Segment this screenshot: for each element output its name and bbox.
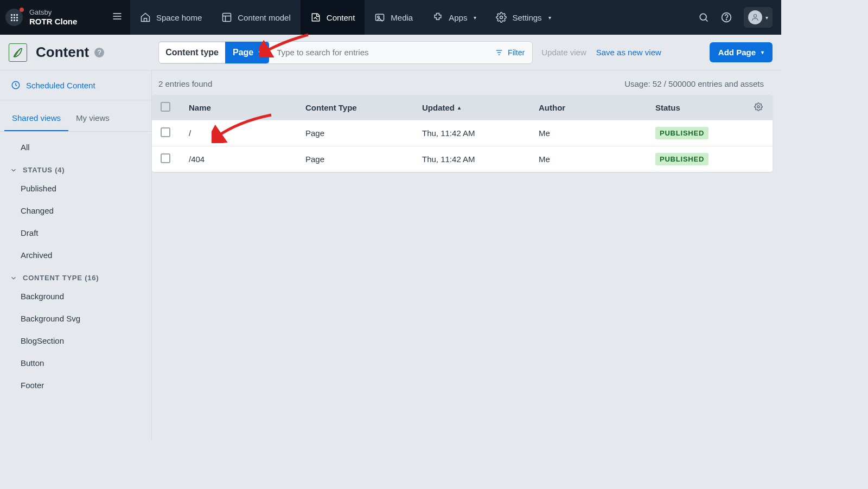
sidebar-item-published[interactable]: Published xyxy=(0,177,151,200)
save-as-new-view[interactable]: Save as new view xyxy=(596,48,661,57)
svg-point-7 xyxy=(378,16,379,18)
nav-content-model[interactable]: Content model xyxy=(212,0,301,35)
content-type-pill-value[interactable]: Page ▾ xyxy=(225,42,269,63)
col-status[interactable]: Status xyxy=(650,96,748,119)
nav-label: Apps xyxy=(449,13,467,22)
row-name: /404 xyxy=(183,148,300,170)
svg-point-18 xyxy=(757,106,760,108)
col-updated-label: Updated xyxy=(422,103,455,112)
row-name: / xyxy=(183,122,300,144)
status-badge: PUBLISHED xyxy=(655,127,709,139)
scheduled-content-link[interactable]: Scheduled Content xyxy=(0,70,151,100)
sidebar-item-ct[interactable]: BlogSection xyxy=(0,330,151,352)
view-tabs: Shared views My views xyxy=(0,106,151,132)
row-ct: Page xyxy=(300,148,417,170)
space-labels: Gatsby ROTR Clone xyxy=(29,8,77,27)
svg-rect-3 xyxy=(223,14,231,22)
add-page-button[interactable]: Add Page ▾ xyxy=(710,42,773,62)
row-trailing xyxy=(748,127,769,140)
nav-apps[interactable]: Apps ▾ xyxy=(423,0,486,35)
search-icon[interactable] xyxy=(698,12,709,23)
content-area: Scheduled Content Shared views My views … xyxy=(0,70,781,440)
select-all-cell[interactable] xyxy=(155,95,183,120)
nav-settings[interactable]: Settings ▾ xyxy=(486,0,560,35)
help-icon[interactable] xyxy=(721,12,732,23)
space-name-line2: ROTR Clone xyxy=(29,17,77,27)
nav-content[interactable]: Content xyxy=(301,0,365,35)
search-box: Content type Page ▾ Filter xyxy=(158,41,533,64)
add-button-label: Add Page xyxy=(718,48,756,57)
status-badge: PUBLISHED xyxy=(655,153,709,165)
svg-point-9 xyxy=(700,14,706,20)
tab-my-views[interactable]: My views xyxy=(68,106,117,131)
svg-point-12 xyxy=(726,20,727,20)
tab-shared-views[interactable]: Shared views xyxy=(4,106,68,131)
row-trailing xyxy=(748,153,769,166)
row-ct: Page xyxy=(300,122,417,144)
sort-asc-icon: ▴ xyxy=(458,105,461,111)
search-input[interactable] xyxy=(269,42,487,63)
checkbox-icon[interactable] xyxy=(161,102,170,112)
entries-count: 2 entries found xyxy=(158,79,212,88)
nav-media[interactable]: Media xyxy=(365,0,423,35)
sidebar-item-changed[interactable]: Changed xyxy=(0,200,151,222)
meta-row: 2 entries found Usage: 52 / 500000 entri… xyxy=(152,70,773,95)
svg-point-8 xyxy=(500,16,503,19)
content-type-value-text: Page xyxy=(233,48,253,57)
sidebar-item-ct[interactable]: Button xyxy=(0,352,151,374)
sidebar-item-draft[interactable]: Draft xyxy=(0,222,151,244)
col-author[interactable]: Author xyxy=(533,96,650,119)
chevron-down-icon: ▾ xyxy=(548,15,551,21)
sidebar-group-status[interactable]: STATUS (4) xyxy=(0,158,151,177)
sidebar-item-archived[interactable]: Archived xyxy=(0,244,151,266)
top-nav-list: Space home Content model Content Media A… xyxy=(130,0,561,35)
row-updated: Thu, 11:42 AM xyxy=(417,122,533,144)
user-menu[interactable]: ▾ xyxy=(744,7,773,28)
content-page-icon xyxy=(9,43,27,62)
group-label: CONTENT TYPE (16) xyxy=(23,274,99,282)
row-author: Me xyxy=(533,122,650,144)
col-updated[interactable]: Updated ▴ xyxy=(417,96,533,119)
space-switcher[interactable]: Gatsby ROTR Clone xyxy=(0,0,130,35)
sidebar-item-all[interactable]: All xyxy=(0,136,151,158)
sidebar: Scheduled Content Shared views My views … xyxy=(0,70,152,440)
sidebar-group-content-type[interactable]: CONTENT TYPE (16) xyxy=(0,266,151,285)
nav-space-home[interactable]: Space home xyxy=(130,0,212,35)
content-type-pill[interactable]: Content type Page ▾ xyxy=(158,42,269,63)
sidebar-list: All STATUS (4) Published Changed Draft A… xyxy=(0,132,151,401)
col-settings[interactable] xyxy=(748,96,769,119)
scheduled-label: Scheduled Content xyxy=(26,81,95,90)
row-updated: Thu, 11:42 AM xyxy=(417,148,533,170)
table-header: Name Content Type Updated ▴ Author Statu… xyxy=(152,95,773,120)
apps-grid-icon xyxy=(5,9,23,26)
view-actions: Update view Save as new view xyxy=(541,48,661,57)
chevron-down-icon: ▾ xyxy=(474,15,476,21)
hamburger-icon[interactable] xyxy=(112,11,123,24)
content-toolbar: Content ? Content type Page ▾ Filter Upd… xyxy=(0,35,781,70)
col-content-type[interactable]: Content Type xyxy=(300,96,417,119)
sidebar-item-ct[interactable]: Background Svg xyxy=(0,307,151,330)
nav-label: Media xyxy=(391,13,413,22)
svg-line-10 xyxy=(706,20,708,22)
chevron-down-icon: ▾ xyxy=(761,49,764,55)
help-tooltip-icon[interactable]: ? xyxy=(94,48,104,57)
top-navigation: Gatsby ROTR Clone Space home Content mod… xyxy=(0,0,781,35)
gear-icon xyxy=(754,102,763,111)
table-row[interactable]: /404 Page Thu, 11:42 AM Me PUBLISHED xyxy=(152,146,773,172)
group-label: STATUS (4) xyxy=(23,166,65,174)
svg-rect-6 xyxy=(376,14,384,21)
checkbox-icon[interactable] xyxy=(161,153,170,163)
usage-text: Usage: 52 / 500000 entries and assets xyxy=(624,79,764,88)
row-select[interactable] xyxy=(155,121,183,145)
row-select[interactable] xyxy=(155,147,183,171)
checkbox-icon[interactable] xyxy=(161,127,170,137)
svg-point-13 xyxy=(754,15,756,17)
topbar-right: ▾ xyxy=(698,7,781,28)
table-row[interactable]: / Page Thu, 11:42 AM Me PUBLISHED xyxy=(152,120,773,146)
filter-label: Filter xyxy=(508,48,525,57)
chevron-down-icon: ▾ xyxy=(259,49,261,55)
col-name[interactable]: Name xyxy=(183,96,300,119)
sidebar-item-ct[interactable]: Footer xyxy=(0,374,151,396)
filter-button[interactable]: Filter xyxy=(487,48,532,57)
sidebar-item-ct[interactable]: Background xyxy=(0,285,151,307)
